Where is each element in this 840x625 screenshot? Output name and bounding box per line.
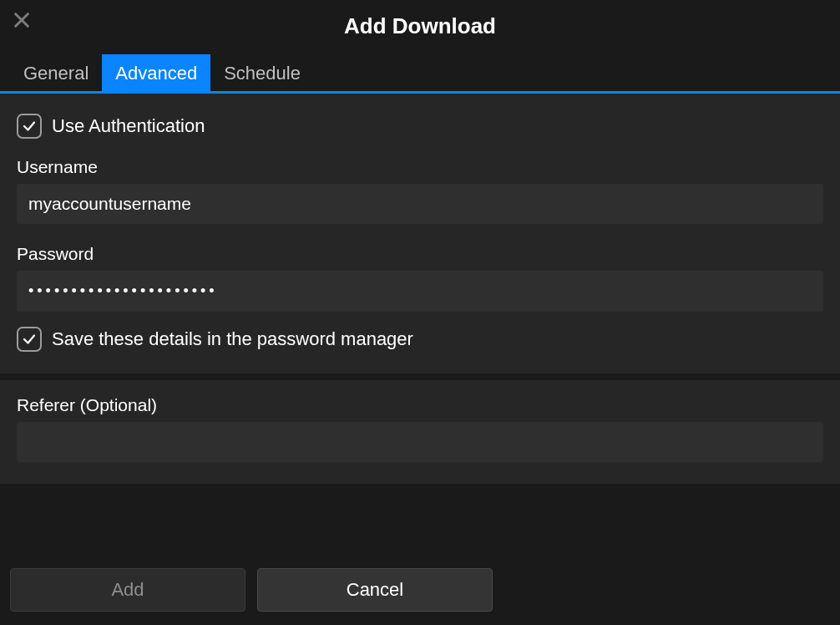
save-pw-checkbox[interactable] <box>17 327 42 352</box>
close-icon <box>13 11 31 29</box>
tab-bar: General Advanced Schedule <box>0 54 840 94</box>
use-auth-row: Use Authentication <box>17 109 823 150</box>
save-pw-row: Save these details in the password manag… <box>17 325 823 355</box>
check-icon <box>22 119 37 134</box>
use-auth-label[interactable]: Use Authentication <box>52 115 205 137</box>
tab-schedule[interactable]: Schedule <box>210 54 314 91</box>
referer-input[interactable] <box>17 422 823 462</box>
dialog-title: Add Download <box>0 0 840 54</box>
username-input[interactable] <box>17 184 823 224</box>
tab-general[interactable]: General <box>10 54 102 91</box>
add-button[interactable]: Add <box>10 568 245 612</box>
password-label: Password <box>17 244 823 264</box>
save-pw-label[interactable]: Save these details in the password manag… <box>52 328 413 350</box>
check-icon <box>22 332 37 347</box>
referer-panel: Referer (Optional) <box>0 380 840 484</box>
button-bar: Add Cancel <box>10 568 830 612</box>
use-auth-checkbox[interactable] <box>17 114 42 139</box>
username-label: Username <box>17 157 823 177</box>
cancel-button[interactable]: Cancel <box>257 568 493 612</box>
close-button[interactable] <box>10 8 33 32</box>
tab-advanced[interactable]: Advanced <box>102 54 210 91</box>
referer-label: Referer (Optional) <box>17 395 823 415</box>
password-input[interactable] <box>17 271 823 312</box>
auth-panel: Use Authentication Username Password Sav… <box>0 94 840 373</box>
